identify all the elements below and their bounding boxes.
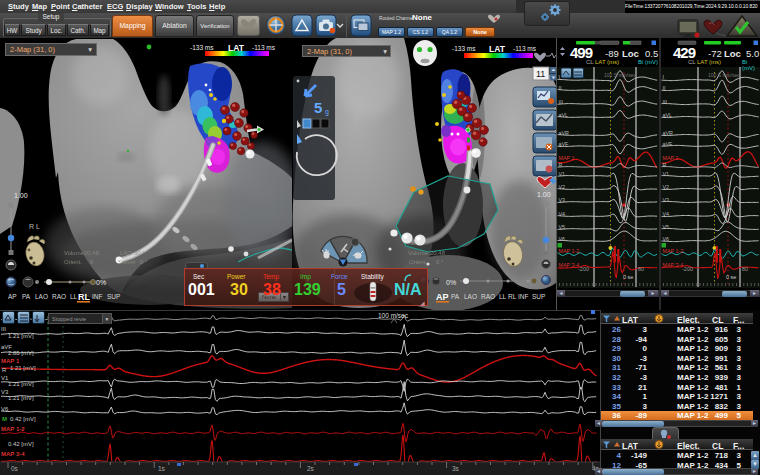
- svg-text:MAP 1: MAP 1: [1, 358, 20, 364]
- svg-text:0.42 [mV]: 0.42 [mV]: [10, 416, 36, 422]
- svg-text:0 °: 0 °: [436, 259, 444, 265]
- svg-text:MAP 1: MAP 1: [663, 155, 679, 161]
- svg-text:aVF: aVF: [559, 141, 570, 147]
- svg-text:1.21 [mV]: 1.21 [mV]: [10, 365, 36, 371]
- svg-text:PA: PA: [451, 293, 460, 300]
- svg-text:100 m/sec: 100 m/sec: [378, 312, 409, 319]
- svg-text:II: II: [663, 85, 666, 91]
- svg-text:LL: LL: [499, 293, 507, 300]
- svg-text:2s: 2s: [307, 465, 315, 472]
- svg-text:II: II: [559, 85, 562, 91]
- svg-text:LAO: LAO: [464, 293, 477, 300]
- svg-text:MAP 3-4: MAP 3-4: [1, 451, 25, 457]
- svg-text:MAP 1-2: MAP 1-2: [559, 248, 580, 254]
- svg-text:1.00: 1.00: [14, 192, 28, 199]
- svg-text:AP: AP: [436, 292, 449, 302]
- svg-text:MAP 3-4: MAP 3-4: [663, 262, 684, 268]
- svg-text:R: R: [2, 367, 7, 373]
- svg-text:0 °: 0 °: [140, 259, 148, 265]
- svg-text:1.00: 1.00: [537, 191, 551, 198]
- svg-text:V3: V3: [663, 197, 670, 203]
- svg-text:AP: AP: [8, 293, 17, 300]
- svg-text:1.21 [mV]: 1.21 [mV]: [8, 333, 34, 339]
- svg-text:V6: V6: [1, 406, 9, 412]
- svg-text:SUP: SUP: [532, 293, 545, 300]
- svg-text:PA: PA: [22, 293, 31, 300]
- svg-text:R: R: [663, 162, 667, 168]
- svg-text:V3: V3: [559, 197, 566, 203]
- svg-text:MAP 1-2: MAP 1-2: [1, 426, 25, 432]
- svg-text:Volume: Volume: [64, 250, 85, 256]
- svg-text:aVR: aVR: [559, 130, 570, 136]
- svg-text:RAO: RAO: [52, 293, 66, 300]
- svg-text:R: R: [559, 162, 563, 168]
- svg-text:aVL: aVL: [663, 112, 673, 118]
- svg-text:Orient.: Orient.: [409, 259, 427, 265]
- svg-text:0.42 [mV]: 0.42 [mV]: [8, 441, 34, 447]
- svg-text:1.21 [mV]: 1.21 [mV]: [8, 381, 34, 387]
- svg-text:LAO: LAO: [120, 250, 132, 256]
- svg-text:20.48: 20.48: [430, 250, 446, 256]
- svg-text:g: g: [325, 108, 329, 116]
- svg-text:100 S mm/sec: 100 S mm/sec: [604, 72, 636, 78]
- svg-text:R L: R L: [29, 223, 40, 230]
- svg-text:V1: V1: [663, 171, 670, 177]
- svg-text:0%: 0%: [96, 279, 106, 286]
- svg-text:50 °: 50 °: [134, 250, 145, 256]
- svg-text:INF: INF: [92, 293, 103, 300]
- svg-text:Volume: Volume: [408, 250, 429, 256]
- svg-text:RL: RL: [508, 293, 517, 300]
- svg-text:aVF: aVF: [663, 141, 674, 147]
- svg-text:V4: V4: [663, 211, 670, 217]
- svg-text:V5: V5: [663, 224, 670, 230]
- svg-text:INF: INF: [518, 293, 529, 300]
- svg-text:20.48: 20.48: [84, 250, 100, 256]
- svg-text:aVL: aVL: [559, 112, 569, 118]
- svg-text:V1: V1: [559, 171, 566, 177]
- svg-text:2.85 [mV]: 2.85 [mV]: [8, 350, 34, 356]
- svg-text:MAP 3-4: MAP 3-4: [559, 262, 580, 268]
- svg-text:V4: V4: [559, 211, 566, 217]
- svg-text:5: 5: [314, 99, 322, 116]
- svg-text:MAP 1: MAP 1: [559, 155, 575, 161]
- svg-text:III: III: [1, 326, 6, 332]
- svg-text:III: III: [559, 99, 564, 105]
- svg-text:V5: V5: [559, 224, 566, 230]
- svg-text:1.21 [mV]: 1.21 [mV]: [8, 395, 34, 401]
- svg-text:LL: LL: [70, 293, 78, 300]
- svg-text:MAP 1-2: MAP 1-2: [663, 248, 684, 254]
- svg-text:III: III: [663, 99, 668, 105]
- svg-text:1s: 1s: [158, 465, 166, 472]
- svg-text:RL: RL: [78, 292, 90, 302]
- svg-text:V2: V2: [559, 184, 566, 190]
- svg-text:100 S mm/sec: 100 S mm/sec: [708, 72, 740, 78]
- svg-text:LAO: LAO: [35, 293, 48, 300]
- svg-text:Orient.: Orient.: [64, 259, 82, 265]
- svg-text:AP: AP: [506, 228, 513, 234]
- svg-text:0s: 0s: [11, 465, 19, 472]
- svg-text:aVR: aVR: [663, 130, 674, 136]
- svg-text:0%: 0%: [446, 279, 456, 286]
- svg-text:11: 11: [536, 69, 545, 79]
- svg-text:M: M: [2, 416, 7, 422]
- svg-text:V2: V2: [663, 184, 670, 190]
- svg-text:I: I: [559, 74, 561, 80]
- svg-text:SUP: SUP: [107, 293, 120, 300]
- svg-text:RAO: RAO: [481, 293, 495, 300]
- svg-text:I: I: [663, 74, 665, 80]
- svg-text:Swivel: Swivel: [118, 259, 135, 265]
- svg-text:3s: 3s: [452, 465, 460, 472]
- svg-text:V6: V6: [663, 236, 670, 242]
- svg-text:V6: V6: [559, 236, 566, 242]
